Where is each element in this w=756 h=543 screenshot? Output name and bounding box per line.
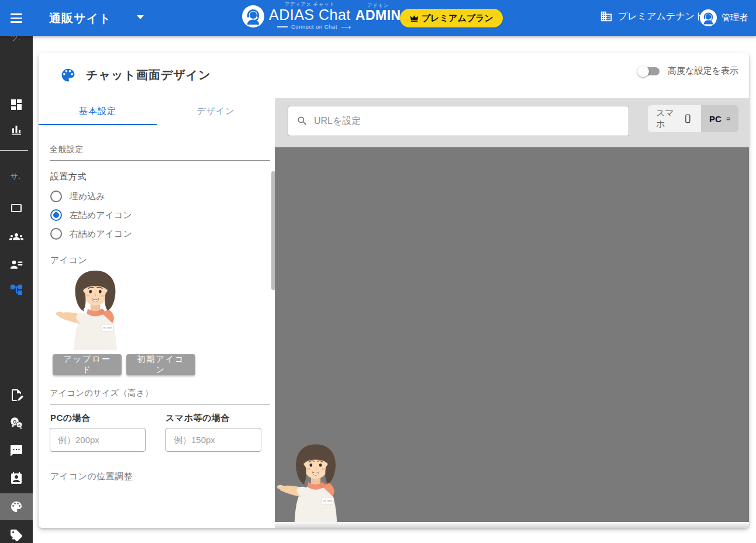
site-selector-label[interactable]: 通販サイト	[49, 11, 111, 26]
advanced-settings-toggle[interactable]: 高度な設定を表示	[640, 65, 738, 77]
radio-right-icon[interactable]: 右詰めアイコン	[50, 228, 132, 240]
chevron-down-icon[interactable]	[137, 15, 144, 19]
sidebar-divider	[0, 150, 28, 151]
page-title: チャット画面デザイン	[86, 67, 211, 83]
groups-icon	[9, 230, 23, 244]
preview-bottom-edge	[275, 522, 749, 528]
palette-icon	[9, 500, 23, 514]
url-input[interactable]	[314, 116, 620, 126]
section-general: 全般設定	[50, 144, 270, 161]
sidebar-item-chat[interactable]	[0, 437, 33, 464]
tenant-label: プレミアムテナント	[618, 11, 704, 23]
search-icon	[296, 115, 308, 127]
tagline-dash	[277, 26, 288, 27]
bar-chart-icon	[9, 123, 23, 137]
sidebar-item-chat-design[interactable]	[0, 493, 33, 520]
user-label: 管理者	[722, 12, 748, 23]
radio-circle[interactable]	[50, 209, 62, 221]
svg-text:Q: Q	[13, 419, 16, 424]
settings-form: 全般設定 設置方式 埋め込み 左詰めアイコン 右詰めアイコン アイコン アップロ…	[39, 125, 275, 528]
calendar-person-icon	[9, 472, 23, 486]
radio-embed[interactable]: 埋め込み	[50, 191, 105, 202]
chat-preview-viewport	[275, 147, 749, 522]
chat-widget-avatar[interactable]	[276, 438, 355, 522]
tag-edit-icon	[9, 528, 23, 542]
admin-avatar	[700, 9, 717, 26]
building-icon	[600, 10, 613, 23]
laptop-icon	[726, 113, 730, 124]
logo-admin-text: ADMIN	[355, 9, 401, 22]
sidebar-item-groups[interactable]	[0, 223, 33, 250]
pc-size-label: PCの場合	[50, 413, 91, 424]
toggle-switch[interactable]	[640, 67, 660, 75]
app: 通販サイト アディアス チャット ADIAS Chat アドミン ADMIN	[0, 0, 756, 543]
app-header: 通販サイト アディアス チャット ADIAS Chat アドミン ADMIN	[0, 0, 756, 36]
sidebar-item-window[interactable]	[0, 195, 33, 222]
tagline-arrow-icon: ⟶	[341, 23, 351, 30]
sidebar-truncated-label-section: サ.	[11, 171, 20, 182]
tab-design[interactable]: デザイン	[157, 98, 275, 125]
sidebar-item-tags[interactable]	[0, 522, 33, 543]
sidebar-item-notes[interactable]	[0, 382, 33, 409]
qa-bubbles-icon: Q A	[9, 416, 23, 430]
note-edit-icon	[9, 388, 23, 402]
sp-size-input[interactable]	[165, 428, 261, 452]
radio-circle[interactable]	[50, 228, 62, 240]
premium-plan-badge[interactable]: プレミアムプラン	[400, 9, 503, 27]
url-field[interactable]	[288, 106, 629, 136]
sidebar-item-qa[interactable]: Q A	[0, 410, 33, 437]
advanced-settings-label: 高度な設定を表示	[668, 65, 738, 77]
sp-size-label: スマホ等の場合	[165, 413, 230, 424]
sidebar-item-dashboard[interactable]	[0, 91, 33, 118]
section-icon-size: アイコンのサイズ（高さ）	[50, 388, 270, 404]
logo-tagline: Connect on Chat	[291, 24, 337, 30]
upload-button[interactable]: アップロード	[53, 354, 122, 375]
preview-column: スマホ PC	[275, 98, 749, 528]
sidebar-item-analytics[interactable]	[0, 116, 33, 143]
smartphone-icon	[683, 113, 693, 124]
default-icon-button[interactable]: 初期アイコン	[126, 354, 195, 375]
headset-logo-icon	[242, 5, 264, 27]
user-menu[interactable]: 管理者	[700, 9, 748, 26]
device-toggle-smartphone[interactable]: スマホ	[648, 105, 701, 132]
preview-toolbar: スマホ PC	[275, 98, 749, 147]
sidebar-item-scenario-tree[interactable]	[0, 276, 33, 303]
logo-main-text: ADIAS Chat	[269, 8, 351, 22]
chat-icon-image	[51, 264, 139, 350]
chat-bubble-icon	[9, 444, 23, 458]
pc-size-input[interactable]	[50, 428, 146, 452]
settings-tabs: 基本設定 デザイン	[39, 98, 275, 125]
device-toggle: スマホ PC	[648, 105, 738, 132]
radio-circle[interactable]	[50, 191, 62, 202]
panel-header: チャット画面デザイン 高度な設定を表示	[39, 53, 749, 98]
hamburger-menu-icon[interactable]	[8, 10, 25, 26]
sidebar-item-contact-calendar[interactable]	[0, 465, 33, 492]
device-toggle-pc[interactable]: PC	[701, 105, 738, 132]
chat-design-panel: チャット画面デザイン 高度な設定を表示 基本設定 デザイン 全般設定 設置方式 …	[39, 53, 749, 528]
placement-label: 設置方式	[50, 171, 87, 182]
palette-title-icon	[60, 67, 77, 84]
section-icon-position: アイコンの位置調整	[50, 471, 133, 482]
sidebar-item-operators[interactable]	[0, 251, 33, 278]
sitemap-icon	[9, 283, 23, 297]
window-icon	[9, 201, 23, 215]
svg-text:A: A	[18, 423, 21, 427]
person-list-icon	[9, 257, 23, 271]
tab-basic-settings[interactable]: 基本設定	[39, 98, 157, 125]
dashboard-icon	[9, 98, 23, 112]
sidebar-nav: ツ. サ. Q A	[0, 36, 33, 543]
radio-left-icon[interactable]: 左詰めアイコン	[50, 209, 132, 221]
settings-column: 基本設定 デザイン 全般設定 設置方式 埋め込み 左詰めアイコン 右詰めアイコン	[39, 98, 275, 528]
app-logo: アディアス チャット ADIAS Chat アドミン ADMIN Connect…	[242, 2, 401, 30]
tenant-indicator[interactable]: プレミアムテナント	[600, 10, 704, 23]
crown-icon	[409, 13, 419, 23]
